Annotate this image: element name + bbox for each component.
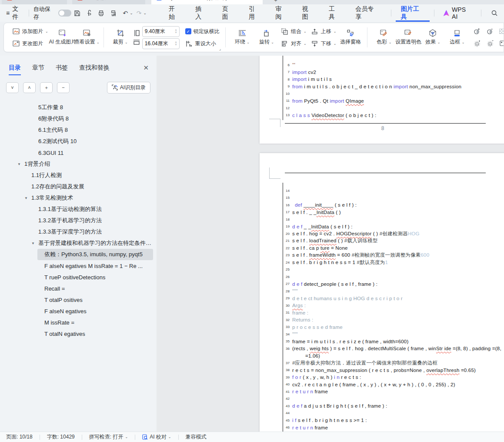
tab-contents[interactable]: 目录 xyxy=(9,60,21,75)
document-page-8[interactable]: 6'''7import cv28import i m u t i l s9fro… xyxy=(260,56,504,144)
lock-aspect-ratio-checkbox[interactable]: ✓ 锁定纵横比 xyxy=(183,26,222,37)
search-icon[interactable] xyxy=(491,10,498,17)
ai-recognize-toc-button[interactable]: AI识别目录 xyxy=(107,82,150,94)
outline-item[interactable]: 5工作量 8 xyxy=(0,102,153,113)
outline-item[interactable]: 1.2存在的问题及发展 xyxy=(0,181,153,192)
wrap-text-button[interactable]: 环绕 ⌄ xyxy=(230,25,254,50)
view-settings-button[interactable]: 查看设置 ⌄ xyxy=(75,25,99,50)
change-image-button[interactable]: 更改图片 xyxy=(10,38,50,49)
wps-ai-button[interactable]: WPS AI xyxy=(439,4,477,22)
menu-reference[interactable]: 引用 xyxy=(241,4,268,22)
outline-item[interactable]: 1.3.2基于机器学习的方法 xyxy=(0,215,153,226)
expand-arrow-icon[interactable]: ▼ xyxy=(24,196,31,200)
outline-item[interactable]: F alseN egatives M issRate = 1 − Re ... xyxy=(0,260,153,271)
tab-bookmarks[interactable]: 书签 xyxy=(56,60,68,75)
effects-button[interactable]: 效果 ⌄ xyxy=(421,25,445,50)
outline-item[interactable]: T otalP ositives xyxy=(0,294,153,305)
undo-icon[interactable]: ↶ xyxy=(120,8,131,18)
reset-size-button[interactable]: 重设大小 xyxy=(183,38,222,49)
outline-item[interactable]: ▼1.3常见检测技术 xyxy=(0,192,153,204)
ai-proofread-control[interactable]: AI 校对⌄ xyxy=(142,433,171,441)
outline-item[interactable]: 6.3GUI 11 xyxy=(0,147,153,158)
outline-item[interactable]: T rueP ositiveDetections xyxy=(0,271,153,283)
align-button[interactable]: 对齐⌄ xyxy=(279,38,309,49)
redo-icon[interactable]: ↷ xyxy=(134,8,144,18)
ai-generate-image-button[interactable]: AI 生成图片 xyxy=(50,25,75,50)
menu-review[interactable]: 审阅 xyxy=(268,4,294,22)
outline-item[interactable]: 依赖：Python3.5, imutils, numpy, pyqt5 xyxy=(37,249,153,260)
compatibility-mode-badge[interactable]: 兼容模式 xyxy=(186,433,207,441)
outline-item[interactable]: F alseN egatives xyxy=(0,305,153,317)
stepper-icons[interactable]: ˄˅ xyxy=(175,41,177,46)
contrast-increase-icon[interactable] xyxy=(473,27,481,35)
color-button[interactable]: 色彩 ⌄ xyxy=(372,25,396,50)
menu-picture-tools[interactable]: 图片工具 xyxy=(396,4,430,22)
add-image-button[interactable]: 添加图片⌄ xyxy=(10,26,50,37)
outline-item[interactable]: 1.1行人检测 xyxy=(0,170,153,181)
document-page-9[interactable]: 141516def ____init____ ( s e l f ) :17s … xyxy=(260,153,504,432)
selection-pane-button[interactable]: 选择窗格 xyxy=(338,25,363,50)
menu-page[interactable]: 页面 xyxy=(215,4,241,22)
menu-items: 开始 插入 页面 引用 审阅 视图 工具 会员专享 图片工具 WPS AI xyxy=(161,4,498,22)
save-icon[interactable] xyxy=(72,8,83,18)
send-backward-button[interactable]: 下移⌄ xyxy=(309,38,339,49)
doc-tab-docer[interactable]: 稻壳模板 xyxy=(72,0,145,4)
group-button[interactable]: 组合⌄ xyxy=(279,26,309,37)
outline-item[interactable]: M issRate = xyxy=(0,317,153,328)
outline-item[interactable]: 6附录代码 8 xyxy=(0,113,153,124)
crop-button[interactable]: 裁剪 ⌄ xyxy=(108,25,133,50)
menu-home[interactable]: 开始 xyxy=(161,4,188,22)
spell-check-control[interactable]: 拼写检查: 打开⌄ xyxy=(89,433,128,441)
tab-find-replace[interactable]: 查找和替换 xyxy=(79,60,110,75)
file-menu-button[interactable]: ≡ 文件 xyxy=(6,4,24,22)
outline-item[interactable]: ▼1背景介绍 xyxy=(0,158,153,170)
print-preview-icon[interactable] xyxy=(108,8,119,18)
group-objects-icon xyxy=(281,27,289,35)
contrast-decrease-icon[interactable] xyxy=(486,27,494,35)
menu-tools[interactable]: 工具 xyxy=(321,4,348,22)
close-tab-icon[interactable]: × xyxy=(254,0,257,1)
menu-insert[interactable]: 插入 xyxy=(188,4,214,22)
picture-format-icon[interactable] xyxy=(499,40,504,47)
size-dialog-launcher-icon[interactable]: ⌟ xyxy=(219,47,221,51)
previous-heading-button[interactable]: ˄ xyxy=(23,82,36,93)
next-heading-button[interactable]: ˅ xyxy=(6,82,19,93)
close-sidebar-icon[interactable]: ✕ xyxy=(143,64,149,72)
stepper-icons[interactable]: ˄˅ xyxy=(175,29,177,33)
autosave-toggle[interactable] xyxy=(58,10,71,17)
expand-all-button[interactable]: ＋ xyxy=(40,82,53,93)
document-canvas[interactable]: 6'''7import cv28import i m u t i l s9fro… xyxy=(157,56,504,432)
code-line: 16def ____init____ ( s e l f ) : xyxy=(283,201,504,209)
outline-item[interactable]: ▼基于背景建模和机器学习的方法在特定条件下 ... xyxy=(0,238,153,249)
print-icon[interactable] xyxy=(96,8,107,18)
doc-tab-current-document[interactable]: 基于HOG+SVM的行人检测 × xyxy=(151,0,263,4)
doc-tab-wps-office[interactable]: WPS Office xyxy=(2,0,67,4)
outline-item[interactable]: 1.3.1基于运动检测的算法 xyxy=(0,204,153,215)
bring-forward-button[interactable]: 上移⌄ xyxy=(309,26,339,37)
rotate-button[interactable]: 旋转 ⌄ xyxy=(254,25,279,50)
image-height-field[interactable]: 9.40厘米 ˄˅ xyxy=(142,26,180,37)
outline-item[interactable]: 1.3.3基于深度学习的方法 xyxy=(0,226,153,238)
outline-item[interactable]: 6.1主代码 8 xyxy=(0,124,153,136)
outline-item[interactable]: Recall = xyxy=(0,283,153,294)
expand-arrow-icon[interactable]: ▼ xyxy=(31,241,38,245)
image-width-field[interactable]: 16.04厘米 ˄˅ xyxy=(142,38,180,49)
new-tab-plus-icon[interactable]: ＋ xyxy=(273,0,278,4)
brightness-increase-icon[interactable] xyxy=(473,40,481,47)
tab-chapters[interactable]: 章节 xyxy=(32,60,44,75)
expand-arrow-icon[interactable]: ▼ xyxy=(17,162,24,166)
collapse-all-button[interactable]: − xyxy=(57,82,70,93)
transparency-icon[interactable] xyxy=(499,29,504,34)
code-line: 31frame : xyxy=(283,309,504,317)
reset-size-icon xyxy=(185,40,193,47)
menu-member[interactable]: 会员专享 xyxy=(348,4,387,22)
undo-dropdown-icon[interactable]: ⌄ xyxy=(130,11,133,15)
border-button[interactable]: 边框 ⌄ xyxy=(445,25,469,50)
set-transparent-color-button[interactable]: 设置透明色 xyxy=(396,25,421,50)
export-pdf-icon[interactable] xyxy=(84,8,94,18)
menu-view[interactable]: 视图 xyxy=(295,4,321,22)
outline-item[interactable]: 6.2测试代码 10 xyxy=(0,136,153,147)
outline-item[interactable]: T otalN egatives xyxy=(0,328,153,339)
brightness-decrease-icon[interactable] xyxy=(486,40,494,47)
more-commands-icon[interactable]: ⌄ xyxy=(143,11,147,15)
